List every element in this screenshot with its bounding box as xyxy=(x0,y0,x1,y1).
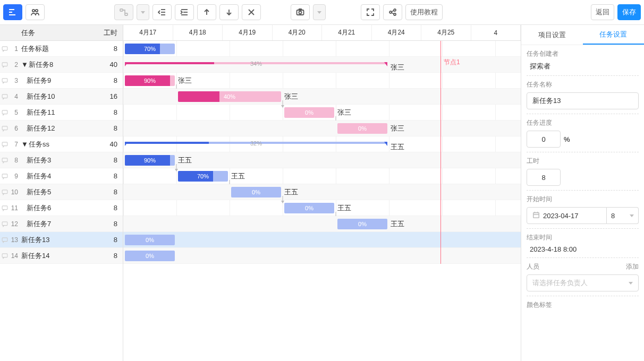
bar-assignee: 张三 xyxy=(391,124,404,133)
start-date-input[interactable]: 2023-04-17 xyxy=(527,207,607,224)
outdent-button[interactable] xyxy=(152,4,172,20)
row-index: 8 xyxy=(10,157,20,164)
svg-rect-24 xyxy=(2,46,7,50)
comment-icon[interactable] xyxy=(0,62,10,68)
comment-icon[interactable] xyxy=(0,205,10,211)
task-bar[interactable]: 40%张三 xyxy=(178,91,281,102)
screenshot-dropdown-button[interactable] xyxy=(313,4,326,20)
svg-rect-28 xyxy=(2,110,7,114)
comment-icon[interactable] xyxy=(0,157,10,164)
task-name-label: 任务名称 xyxy=(527,80,639,89)
comment-icon[interactable] xyxy=(0,141,10,148)
task-bar[interactable]: 70% xyxy=(125,44,175,54)
tutorial-button[interactable]: 使用教程 xyxy=(405,4,443,20)
task-name: 新任务5 xyxy=(20,187,99,197)
task-bar[interactable]: 0%王五 xyxy=(284,203,334,213)
table-row[interactable]: 3新任务98 xyxy=(0,73,123,89)
bar-progress: 70% xyxy=(144,46,156,52)
table-row[interactable]: 7▼任务ss40 xyxy=(0,136,123,152)
bar-progress: 0% xyxy=(252,189,260,195)
summary-bar[interactable]: 32%王五 xyxy=(125,142,387,146)
bar-progress: 0% xyxy=(358,125,367,132)
table-row[interactable]: 9新任务48 xyxy=(0,168,123,184)
view-gantt-button[interactable] xyxy=(3,4,22,20)
comment-icon[interactable] xyxy=(0,221,10,227)
comment-icon[interactable] xyxy=(0,173,10,179)
comment-icon[interactable] xyxy=(0,125,10,132)
summary-bar[interactable]: 34%张三 xyxy=(125,62,387,66)
progress-unit: % xyxy=(564,135,570,143)
comment-icon[interactable] xyxy=(0,109,10,116)
milestone-marker[interactable]: 节点1 xyxy=(440,41,441,264)
task-bar[interactable]: 0%王五 xyxy=(231,187,281,197)
svg-rect-45 xyxy=(533,212,539,218)
table-row[interactable]: 2▼新任务840 xyxy=(0,57,123,73)
toolbar: 使用教程 返回 保存 xyxy=(0,0,644,25)
hours-input[interactable] xyxy=(527,169,561,186)
table-row[interactable]: 12新任务78 xyxy=(0,216,123,232)
person-add-link[interactable]: 添加 xyxy=(626,262,639,271)
task-bar[interactable]: 0% xyxy=(125,251,175,261)
comment-icon[interactable] xyxy=(0,93,10,100)
caret-down-icon[interactable]: ▼ xyxy=(21,140,27,148)
row-index: 6 xyxy=(10,125,20,132)
link-dropdown-button[interactable] xyxy=(137,4,149,20)
end-value: 2023-4-18 8:00 xyxy=(527,245,639,253)
start-label: 开始时间 xyxy=(527,195,639,204)
save-button[interactable]: 保存 xyxy=(617,4,641,20)
link-button[interactable] xyxy=(114,4,133,20)
table-row[interactable]: 4新任务1016 xyxy=(0,89,123,105)
table-row[interactable]: 1任务标题8 xyxy=(0,41,123,57)
indent-button[interactable] xyxy=(175,4,194,20)
move-up-button[interactable] xyxy=(197,4,216,20)
table-row[interactable]: 13新任务138 xyxy=(0,232,123,248)
task-table: 任务 工时 1任务标题82▼新任务8403新任务984新任务10165新任务11… xyxy=(0,25,123,361)
comment-icon[interactable] xyxy=(0,253,10,259)
table-row[interactable]: 11新任务68 xyxy=(0,200,123,216)
chevron-down-icon xyxy=(630,214,634,217)
task-bar[interactable]: 70%王五 xyxy=(178,171,228,182)
start-hour-select[interactable]: 8 xyxy=(607,207,639,224)
person-select[interactable]: 请选择任务负责人 xyxy=(527,274,639,291)
table-row[interactable]: 5新任务118 xyxy=(0,105,123,121)
svg-point-18 xyxy=(299,11,302,14)
caret-down-icon[interactable]: ▼ xyxy=(21,61,27,68)
task-bar[interactable]: 0%张三 xyxy=(284,107,334,118)
svg-rect-5 xyxy=(120,9,123,11)
back-button[interactable]: 返回 xyxy=(591,4,614,20)
gantt-row: 0%王五 xyxy=(123,184,521,200)
fullscreen-button[interactable] xyxy=(361,4,380,20)
screenshot-button[interactable] xyxy=(291,4,310,20)
share-button[interactable] xyxy=(383,4,402,20)
table-row[interactable]: 10新任务58 xyxy=(0,184,123,200)
row-index: 7 xyxy=(10,141,20,148)
comment-icon[interactable] xyxy=(0,78,10,84)
task-bar[interactable]: 0% xyxy=(125,235,175,245)
svg-rect-31 xyxy=(2,158,7,161)
task-bar[interactable]: 0%张三 xyxy=(337,123,387,134)
progress-label: 任务进度 xyxy=(527,118,639,127)
comment-icon[interactable] xyxy=(0,46,10,52)
svg-line-23 xyxy=(392,13,394,14)
task-bar[interactable]: 90%张三 xyxy=(125,75,175,86)
progress-input[interactable] xyxy=(527,131,561,148)
delete-button[interactable] xyxy=(242,4,261,20)
task-name-input[interactable] xyxy=(527,92,639,109)
comment-icon[interactable] xyxy=(0,237,10,243)
task-bar[interactable]: 90%王五 xyxy=(125,155,175,166)
tab-project-settings[interactable]: 项目设置 xyxy=(521,25,583,45)
task-name: 新任务11 xyxy=(20,108,99,117)
tab-task-settings[interactable]: 任务设置 xyxy=(583,25,645,45)
table-row[interactable]: 6新任务128 xyxy=(0,121,123,136)
task-bar[interactable]: 0%王五 xyxy=(337,219,387,229)
view-people-button[interactable] xyxy=(26,4,45,20)
bar-progress: 0% xyxy=(358,221,367,227)
move-down-button[interactable] xyxy=(219,4,239,20)
comment-icon[interactable] xyxy=(0,189,10,195)
hours-label: 工时 xyxy=(527,157,639,166)
svg-point-4 xyxy=(36,10,38,12)
table-row[interactable]: 14新任务148 xyxy=(0,248,123,264)
table-row[interactable]: 8新任务38 xyxy=(0,152,123,168)
svg-rect-27 xyxy=(2,94,7,98)
row-index: 5 xyxy=(10,109,20,116)
